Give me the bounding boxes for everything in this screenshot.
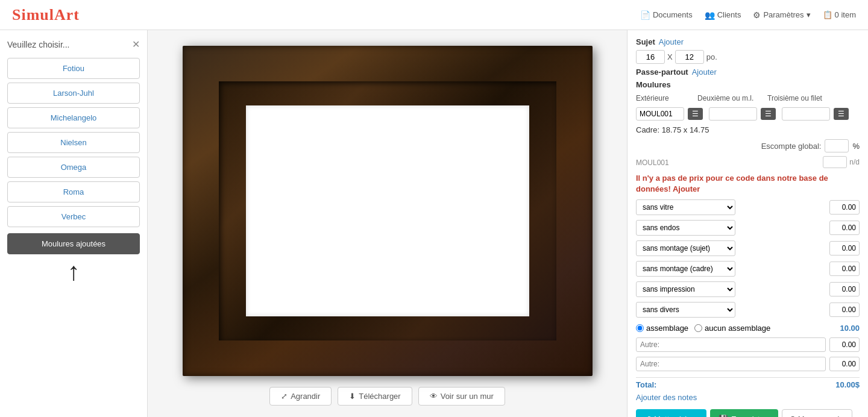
sidebar: Veuillez choisir... ✕ Fotiou Larson-Juhl… [0,30,148,417]
document-icon: 📄 [640,10,650,20]
agrandir-button[interactable]: ⤢ Agrandir [269,387,332,406]
moul-nd-label: n/d [849,158,860,166]
assemblage-radio[interactable] [636,324,644,332]
divers-price-input[interactable] [829,303,860,317]
montage-cadre-price-input[interactable] [829,262,860,276]
autre1-price-input[interactable] [829,337,860,352]
save-label: Enregistrer [731,415,770,417]
impression-price-input[interactable] [829,282,860,296]
sidebar-header: Veuillez choisir... ✕ [0,36,147,58]
agrandir-icon: ⤢ [281,392,288,401]
agrandir-label: Agrandir [291,392,320,401]
autre2-row [636,357,860,371]
dim-width-input[interactable] [636,50,665,64]
update-label: Mettre à jour [654,415,698,417]
sujet-ajouter-link[interactable]: Ajouter [659,37,684,46]
assemblage-price: 10.00 [840,324,860,333]
enregistrer-button[interactable]: 💾 Enregistrer [710,409,778,417]
sidebar-item-larsonjuhl[interactable]: Larson-Juhl [7,83,140,104]
assemblage-label: assemblage [646,324,688,333]
escompte-pct: % [852,142,860,151]
mettre-a-jour-button[interactable]: ↺ Mettre à jour [636,409,706,417]
divers-row: sans divers [636,302,860,318]
escompte-row: Escompte global: % [636,139,860,152]
parametres-label: Paramètres [763,10,804,19]
moul-price-input[interactable] [823,156,847,168]
sujet-label: Sujet [636,37,655,46]
top-nav: SimulArt 📄 Documents 👥 Clients ⚙ Paramèt… [0,0,868,30]
dim-height-input[interactable] [675,50,704,64]
moulures-label-row: Moulures [636,80,860,89]
divers-select[interactable]: sans divers [636,302,735,318]
telecharger-icon: ⬇ [349,392,356,401]
telecharger-button[interactable]: ⬇ Télécharger [338,387,412,406]
autre2-input[interactable] [636,357,826,371]
action-buttons: ↺ Mettre à jour 💾 Enregistrer $ Masquer … [636,409,860,417]
vitre-price-input[interactable] [829,200,860,215]
nav-links: 📄 Documents 👥 Clients ⚙ Paramètres ▾ 📋 0… [640,10,856,20]
escompte-label: Escompte global: [761,142,822,151]
moulure-deux-input[interactable] [709,107,757,121]
voir-mur-button[interactable]: 👁 Voir sur un mur [418,387,505,406]
logo-simul: Simul [12,6,54,24]
montage-sujet-select[interactable]: sans montage (sujet) [636,240,735,256]
cart-label: 0 item [835,10,856,19]
autre2-price-input[interactable] [829,357,860,371]
nav-documents[interactable]: 📄 Documents [640,10,693,20]
sidebar-item-michelangelo[interactable]: Michelangelo [7,107,140,128]
nav-parametres[interactable]: ⚙ Paramètres ▾ [753,10,810,20]
frame-container [177,42,599,380]
error-message: Il n'y a pas de prix pour ce code dans n… [636,173,860,195]
montage-cadre-row: sans montage (cadre) [636,261,860,277]
sidebar-close-button[interactable]: ✕ [132,40,140,49]
montage-sujet-price-input[interactable] [829,241,860,256]
moulures-label: Moulures [636,80,671,89]
sidebar-item-fotiou[interactable]: Fotiou [7,58,140,79]
notes-row: Ajouter des notes [636,393,860,402]
documents-label: Documents [653,10,693,19]
moulure-trois-menu-button[interactable]: ☰ [834,108,849,120]
moulure-ext-input[interactable] [636,107,684,121]
sidebar-moulures-button[interactable]: Moulures ajoutées [7,233,140,254]
voir-label: Voir sur un mur [441,392,494,401]
moulures-inputs-row: ☰ ☰ ☰ [636,107,860,121]
autre1-input[interactable] [636,337,826,352]
moulure-trois-input[interactable] [782,107,830,121]
main-layout: Veuillez choisir... ✕ Fotiou Larson-Juhl… [0,30,868,417]
total-amount: 10.00$ [835,380,860,389]
sujet-row: Sujet Ajouter [636,37,860,46]
cart-icon: 📋 [823,10,832,19]
dim-x-sep: X [667,52,673,61]
aucun-assemblage-radio[interactable] [694,324,702,332]
sidebar-item-roma[interactable]: Roma [7,181,140,202]
total-row: Total: 10.00$ [636,377,860,389]
frame-white-interior [246,105,529,316]
sidebar-items-list: Fotiou Larson-Juhl Michelangelo Nielsen … [0,58,147,254]
escompte-input[interactable] [825,139,849,152]
total-label[interactable]: Total: [636,380,656,389]
canvas-area: ⤢ Agrandir ⬇ Télécharger 👁 Voir sur un m… [148,30,627,417]
sidebar-item-verbec[interactable]: Verbec [7,206,140,227]
ajouter-notes-link[interactable]: Ajouter des notes [636,393,697,402]
dim-unit: po. [706,52,717,61]
aucun-assemblage-option[interactable]: aucun assemblage [694,324,770,333]
moulure-deux-menu-button[interactable]: ☰ [761,108,776,120]
assemblage-option[interactable]: assemblage [636,324,688,333]
moulure-ext-menu-button[interactable]: ☰ [688,108,703,120]
clients-label: Clients [717,10,741,19]
masquer-prix-button[interactable]: $ Masquer prix [782,409,852,417]
clients-icon: 👥 [705,10,715,20]
vitre-select[interactable]: sans vitre [636,199,735,215]
nav-clients[interactable]: 👥 Clients [705,10,741,20]
sidebar-title: Veuillez choisir... [7,40,70,49]
passe-partout-ajouter-link[interactable]: Ajouter [692,67,717,77]
assembly-row: assemblage aucun assemblage 10.00 [636,324,860,333]
nav-cart[interactable]: 📋 0 item [823,10,856,19]
sidebar-item-nielsen[interactable]: Nielsen [7,132,140,153]
impression-select[interactable]: sans impression [636,281,735,297]
montage-cadre-select[interactable]: sans montage (cadre) [636,261,735,277]
aucun-assemblage-label: aucun assemblage [705,324,770,333]
endos-select[interactable]: sans endos [636,220,735,236]
sidebar-item-omega[interactable]: Omega [7,157,140,178]
endos-price-input[interactable] [829,221,860,235]
